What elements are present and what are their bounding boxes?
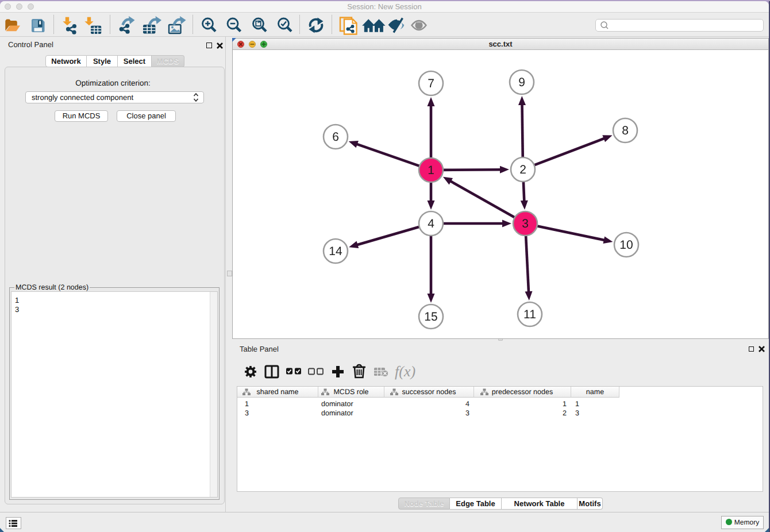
svg-text:3: 3 <box>522 217 529 230</box>
svg-text:9: 9 <box>518 76 525 89</box>
svg-text:1: 1 <box>428 164 434 177</box>
svg-text:8: 8 <box>622 124 629 137</box>
svg-text:14: 14 <box>329 245 342 258</box>
svg-text:4: 4 <box>428 217 434 230</box>
svg-text:10: 10 <box>619 238 633 252</box>
svg-text:2: 2 <box>519 163 526 176</box>
svg-text:11: 11 <box>523 308 536 321</box>
svg-text:15: 15 <box>424 310 437 323</box>
svg-text:7: 7 <box>428 77 434 90</box>
svg-text:f(x): f(x) <box>395 363 415 380</box>
svg-text:6: 6 <box>332 130 339 144</box>
